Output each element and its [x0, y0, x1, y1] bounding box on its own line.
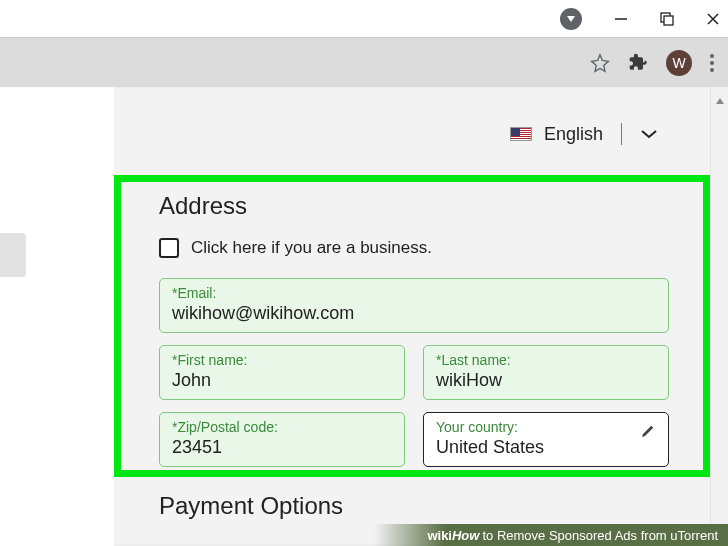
page-body: English Address Click here if you are a …: [0, 87, 728, 546]
chevron-down-icon[interactable]: [640, 125, 658, 143]
language-selector[interactable]: English: [510, 123, 658, 145]
close-button[interactable]: [706, 12, 720, 26]
svg-marker-6: [716, 98, 724, 104]
profile-indicator-icon[interactable]: [560, 8, 582, 30]
first-name-value: John: [172, 370, 392, 391]
country-value: United States: [436, 437, 656, 458]
country-label: Your country:: [436, 419, 656, 435]
email-label: Email:: [172, 285, 656, 301]
language-label: English: [544, 124, 603, 145]
menu-kebab-icon[interactable]: [710, 54, 714, 72]
us-flag-icon: [510, 127, 532, 141]
banner-wiki: wiki: [427, 528, 452, 543]
content-pane: English Address Click here if you are a …: [114, 87, 728, 546]
avatar-letter: W: [672, 55, 685, 71]
svg-rect-3: [664, 16, 673, 25]
wikihow-banner: wikiHow to Remove Sponsored Ads from uTo…: [374, 524, 728, 546]
address-form: Address Click here if you are a business…: [121, 182, 703, 467]
section-title-payment: Payment Options: [159, 492, 343, 520]
business-checkbox-row[interactable]: Click here if you are a business.: [159, 238, 669, 258]
svg-marker-0: [567, 16, 575, 22]
business-checkbox-label: Click here if you are a business.: [191, 238, 432, 258]
business-checkbox[interactable]: [159, 238, 179, 258]
browser-toolbar: W: [0, 37, 728, 87]
extensions-icon[interactable]: [628, 53, 648, 73]
edit-pencil-icon[interactable]: [640, 423, 656, 439]
first-name-field[interactable]: First name: John: [159, 345, 405, 400]
section-title-address: Address: [159, 192, 669, 220]
minimize-button[interactable]: [614, 12, 628, 26]
left-gutter: [0, 87, 114, 546]
email-field[interactable]: Email: wikihow@wikihow.com: [159, 278, 669, 333]
email-value: wikihow@wikihow.com: [172, 303, 656, 324]
maximize-button[interactable]: [660, 12, 674, 26]
bookmark-star-icon[interactable]: [590, 53, 610, 73]
banner-text: to Remove Sponsored Ads from uTorrent: [482, 528, 718, 543]
last-name-field[interactable]: Last name: wikiHow: [423, 345, 669, 400]
side-tab-stub[interactable]: [0, 233, 26, 277]
first-name-label: First name:: [172, 352, 392, 368]
country-field[interactable]: Your country: United States: [423, 412, 669, 467]
divider: [621, 123, 622, 145]
zip-label: Zip/Postal code:: [172, 419, 392, 435]
zip-value: 23451: [172, 437, 392, 458]
window-titlebar: [0, 0, 728, 37]
scrollbar[interactable]: [710, 87, 728, 546]
scroll-up-arrow-icon[interactable]: [714, 93, 726, 105]
banner-how: How: [452, 528, 479, 543]
profile-avatar[interactable]: W: [666, 50, 692, 76]
last-name-label: Last name:: [436, 352, 656, 368]
last-name-value: wikiHow: [436, 370, 656, 391]
zip-field[interactable]: Zip/Postal code: 23451: [159, 412, 405, 467]
